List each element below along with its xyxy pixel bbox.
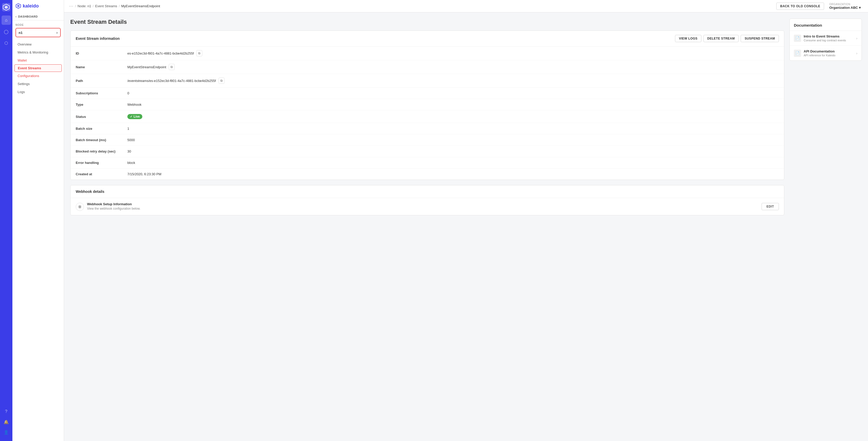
webhook-setup-row: Webhook Setup Information View the webho… — [70, 198, 784, 215]
rail-home-icon[interactable]: ⌂ — [2, 16, 11, 25]
field-created-at-value: 7/15/2020, 6:23:30 PM — [127, 172, 779, 176]
doc-api-sub: API reference for Kaleido — [804, 54, 854, 57]
kaleido-logo-icon[interactable] — [2, 3, 10, 11]
stream-info-title: Event Stream information — [76, 36, 120, 40]
main-content: ··· / Node: n1 / Event Streams / MyEvent… — [64, 0, 868, 441]
delete-stream-btn[interactable]: DELETE STREAM — [704, 35, 739, 42]
field-subscriptions-value: 0 — [127, 91, 779, 95]
sidebar-item-metrics[interactable]: Metrics & Monitoring — [12, 48, 64, 56]
back-arrow-icon: ‹ — [16, 15, 17, 18]
node-section-label: NODE — [16, 24, 61, 26]
field-status-row: Status ✓ Live — [70, 110, 784, 123]
field-path-row: Path /eventstreams/es-e152ec3d-f801-4a7c… — [70, 74, 784, 88]
stream-info-actions: VIEW LOGS DELETE STREAM SUSPEND STREAM — [675, 35, 779, 42]
doc-api-chevron-icon: › — [856, 51, 858, 55]
sidebar-logo: kaleido — [12, 0, 64, 11]
copy-path-btn[interactable]: ⧉ — [219, 78, 224, 84]
svg-marker-4 — [17, 5, 20, 7]
doc-card-title: Documentation — [790, 19, 862, 31]
field-batch-timeout-row: Batch timeout (ms) 5000 — [70, 135, 784, 146]
field-error-handling-value: block — [127, 161, 779, 165]
field-id-value: es-e152ec3d-f801-4a7c-4881-bcbe4d2b255f … — [127, 50, 779, 56]
doc-item-intro[interactable]: 📄 Intro to Event Streams Consume and log… — [790, 31, 862, 46]
field-type-row: Type Webhook — [70, 99, 784, 110]
field-error-handling-label: Error handling — [76, 161, 127, 165]
doc-intro-sub: Consume and log contract events — [804, 39, 854, 42]
field-name-label: Name — [76, 65, 127, 69]
page-title: Event Stream Details — [70, 19, 784, 25]
sidebar-item-event-streams[interactable]: Event Streams — [14, 64, 62, 72]
org-selector[interactable]: ORGANIZATION Organization ABC ▾ — [827, 2, 863, 10]
breadcrumb: ··· / Node: n1 / Event Streams / MyEvent… — [69, 4, 160, 8]
sidebar-header: ‹ DASHBOARD — [12, 11, 64, 21]
stream-info-header: Event Stream information VIEW LOGS DELET… — [70, 31, 784, 47]
field-retry-delay-label: Blocked retry delay (sec) — [76, 149, 127, 153]
sidebar-item-logs[interactable]: Logs — [12, 88, 64, 96]
suspend-stream-btn[interactable]: SUSPEND STREAM — [741, 35, 779, 42]
field-subscriptions-label: Subscriptions — [76, 91, 127, 95]
back-old-console-btn[interactable]: BACK TO OLD CONSOLE — [776, 3, 824, 10]
rail-user-icon[interactable]: 👤 — [2, 428, 11, 437]
field-type-label: Type — [76, 102, 127, 107]
doc-api-title: API Documentation — [804, 49, 854, 53]
rail-globe-icon[interactable]: ◯ — [2, 27, 11, 36]
field-batch-timeout-value: 5000 — [127, 138, 779, 142]
node-chevron-icon: › — [56, 30, 58, 35]
sidebar-item-settings[interactable]: Settings — [12, 80, 64, 88]
logo-text: kaleido — [23, 3, 39, 9]
field-batch-size-row: Batch size 1 — [70, 123, 784, 135]
rail-question-icon[interactable]: ? — [2, 407, 11, 416]
sidebar-item-configurations[interactable]: Configurations — [12, 72, 64, 80]
breadcrumb-event-streams[interactable]: Event Streams — [95, 4, 117, 8]
sidebar-item-overview[interactable]: Overview — [12, 40, 64, 48]
breadcrumb-node[interactable]: Node: n1 — [78, 4, 91, 8]
stream-info-card: Event Stream information VIEW LOGS DELET… — [70, 30, 784, 180]
topbar: ··· / Node: n1 / Event Streams / MyEvent… — [64, 0, 868, 12]
breadcrumb-current: MyEventStreamsEndpoint — [121, 4, 160, 8]
field-created-at-label: Created at — [76, 172, 127, 176]
svg-point-5 — [79, 206, 81, 208]
sidebar-item-wallet[interactable]: Wallet — [12, 56, 64, 64]
org-chevron-down-icon: ▾ — [859, 6, 861, 9]
content-area: Event Stream Details Event Stream inform… — [64, 12, 868, 441]
icon-rail: ⌂ ◯ ⬡ ? 🔔 👤 — [0, 0, 12, 441]
webhook-header: Webhook details — [70, 185, 784, 198]
field-batch-size-value: 1 — [127, 127, 779, 130]
right-panel: Documentation 📄 Intro to Event Streams C… — [789, 19, 862, 435]
field-retry-delay-row: Blocked retry delay (sec) 30 — [70, 146, 784, 157]
webhook-text: Webhook Setup Information View the webho… — [87, 202, 141, 210]
node-selector[interactable]: n1 › — [16, 28, 61, 37]
field-subscriptions-row: Subscriptions 0 — [70, 88, 784, 99]
documentation-card: Documentation 📄 Intro to Event Streams C… — [789, 19, 862, 61]
webhook-setup-title: Webhook Setup Information — [87, 202, 141, 206]
field-id-label: ID — [76, 52, 127, 55]
status-badge: ✓ Live — [127, 114, 142, 119]
rail-network-icon[interactable]: ⬡ — [2, 38, 11, 48]
doc-intro-title: Intro to Event Streams — [804, 34, 854, 38]
webhook-details-card: Webhook details Webhook Setup Informa — [70, 185, 784, 215]
copy-name-btn[interactable]: ⧉ — [169, 64, 175, 70]
webhook-info: Webhook Setup Information View the webho… — [76, 202, 141, 211]
field-error-handling-row: Error handling block — [70, 157, 784, 169]
field-batch-timeout-label: Batch timeout (ms) — [76, 138, 127, 142]
webhook-edit-btn[interactable]: EDIT — [762, 203, 779, 210]
status-check-icon: ✓ — [130, 115, 132, 118]
field-type-value: Webhook — [127, 102, 779, 107]
back-dashboard-btn[interactable]: ‹ DASHBOARD — [16, 15, 61, 18]
doc-intro-chevron-icon: › — [856, 36, 858, 40]
field-status-label: Status — [76, 115, 127, 119]
doc-api-text: API Documentation API reference for Kale… — [804, 49, 854, 57]
node-name: n1 — [19, 31, 23, 35]
rail-bell-icon[interactable]: 🔔 — [2, 417, 11, 427]
field-retry-delay-value: 30 — [127, 149, 779, 153]
doc-item-api[interactable]: 📄 API Documentation API reference for Ka… — [790, 46, 862, 60]
main-panel: Event Stream Details Event Stream inform… — [70, 19, 784, 435]
field-name-row: Name MyEventStreamsEndpoint ⧉ — [70, 60, 784, 74]
field-path-label: Path — [76, 79, 127, 83]
sidebar: kaleido ‹ DASHBOARD NODE n1 › Overview M… — [12, 0, 64, 441]
copy-id-btn[interactable]: ⧉ — [196, 50, 202, 56]
view-logs-btn[interactable]: VIEW LOGS — [675, 35, 702, 42]
field-batch-size-label: Batch size — [76, 127, 127, 130]
sidebar-nav: Overview Metrics & Monitoring Wallet Eve… — [12, 39, 64, 97]
webhook-card-title: Webhook details — [76, 189, 104, 194]
